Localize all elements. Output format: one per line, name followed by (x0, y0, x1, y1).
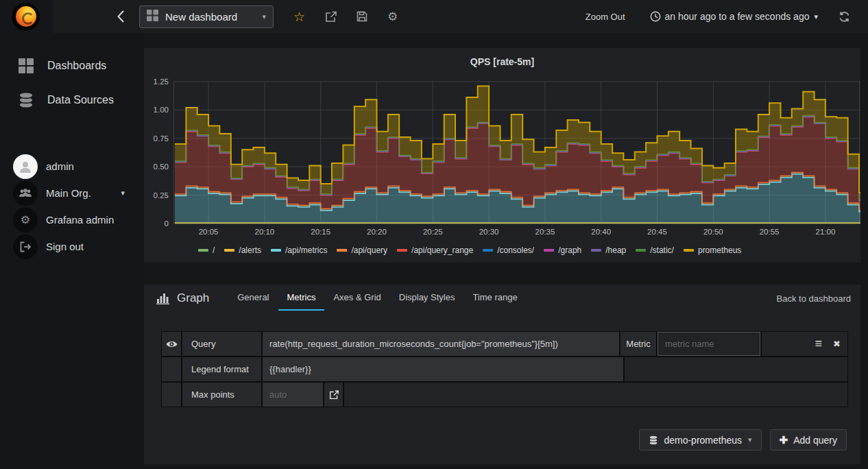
x-tick-label: 20:40 (586, 228, 616, 236)
star-button[interactable]: ☆ (293, 10, 305, 23)
tab-metrics[interactable]: Metrics (278, 292, 325, 311)
external-link-icon (329, 390, 339, 400)
panel-editor: Graph General Metrics Axes & Grid Displa… (144, 285, 860, 464)
sidebar-item-admin[interactable]: admin (0, 153, 144, 180)
legend-series-label: /alerts (239, 245, 261, 255)
legend-series-label: /graph (558, 245, 581, 255)
add-query-button[interactable]: ✚ Add query (770, 429, 847, 450)
sidebar-item-dashboards[interactable]: Dashboards (0, 49, 144, 83)
query-label: Query (182, 332, 261, 356)
legend-item[interactable]: /static/ (636, 245, 674, 255)
max-points-link-button[interactable] (324, 383, 343, 407)
query-menu-icon[interactable]: ≡ (815, 337, 823, 351)
time-range-picker[interactable]: an hour ago to a few seconds ago ▾ (650, 11, 818, 22)
legend-color-swatch (397, 249, 407, 252)
user-avatar (13, 154, 38, 179)
dashboard-grid-icon (147, 10, 158, 24)
x-tick-label: 20:10 (250, 228, 280, 236)
metric-input-cell (658, 332, 760, 356)
panel-title[interactable]: QPS [rate-5m] (144, 48, 860, 67)
x-tick-label: 20:05 (193, 228, 224, 236)
chevron-down-icon: ▾ (262, 12, 266, 21)
dashboard-title: New dashboard (165, 11, 262, 23)
y-tick-label: 0.75 (143, 134, 169, 143)
x-tick-label: 20:25 (418, 228, 448, 236)
x-tick-label: 21:00 (810, 228, 841, 236)
sidebar-item-data-sources[interactable]: Data Sources (0, 83, 144, 117)
eye-icon (166, 340, 178, 348)
x-tick-label: 20:45 (642, 228, 673, 236)
plus-icon: ✚ (780, 434, 788, 446)
legend-series-label: /consoles/ (497, 245, 534, 255)
legend-item[interactable]: /alerts (224, 245, 261, 255)
chevron-down-icon: ▾ (121, 189, 125, 197)
tab-axes-grid[interactable]: Axes & Grid (324, 292, 389, 311)
database-icon (649, 435, 658, 446)
editor-header: Graph General Metrics Axes & Grid Displa… (144, 285, 860, 311)
max-points-label: Max points (182, 383, 261, 407)
tab-display-styles[interactable]: Display Styles (390, 292, 464, 311)
legend-item[interactable]: / (198, 245, 215, 255)
datasource-name: demo-prometheus (664, 435, 742, 446)
grafana-logo[interactable] (0, 0, 53, 33)
sidebar-item-main-org[interactable]: Main Org. ▾ (0, 180, 144, 206)
query-input-cell (263, 332, 619, 356)
y-tick-label: 0.50 (143, 163, 169, 171)
legend-item[interactable]: /api/query_range (397, 245, 473, 255)
chevron-down-icon: ▾ (748, 435, 752, 444)
legend-series-label: prometheus (698, 245, 741, 255)
x-tick-label: 20:30 (474, 228, 504, 236)
graph-panel: QPS [rate-5m] 00.250.500.751.001.25 20:0… (144, 48, 860, 263)
legend-color-swatch (591, 249, 601, 252)
legend-color-swatch (684, 249, 694, 252)
back-to-dashboard-link[interactable]: Back to dashboard (777, 293, 851, 311)
time-range-label: an hour ago to a few seconds ago (665, 11, 810, 22)
x-tick-label: 20:35 (530, 228, 560, 236)
query-input[interactable] (263, 332, 619, 356)
x-tick-label: 20:20 (361, 228, 391, 236)
metric-name-input[interactable] (658, 333, 760, 355)
bar-chart-icon (156, 292, 170, 304)
chevron-left-icon[interactable] (117, 10, 124, 23)
sidebar-item-sign-out[interactable]: Sign out (0, 233, 144, 260)
clock-icon (650, 11, 661, 22)
save-button[interactable] (357, 11, 367, 22)
database-icon (18, 91, 34, 109)
legend-color-swatch (224, 249, 234, 252)
legend-series-label: /api/query (351, 245, 387, 255)
legend-color-swatch (544, 249, 554, 252)
legend-item[interactable]: /heap (591, 245, 626, 255)
legend-color-swatch (636, 249, 646, 252)
legend-format-input[interactable] (263, 357, 623, 381)
tab-time-range[interactable]: Time range (463, 292, 526, 311)
qps-chart-plot[interactable] (173, 77, 860, 225)
x-tick-label: 20:50 (698, 228, 728, 236)
refresh-button[interactable] (839, 11, 850, 23)
dashboard-title-button[interactable]: New dashboard ▾ (139, 5, 274, 28)
grafana-flame-icon (16, 6, 36, 27)
tab-general[interactable]: General (228, 292, 278, 311)
dashboards-grid-icon (18, 58, 34, 74)
legend-series-label: /static/ (650, 245, 674, 255)
legend-item[interactable]: /api/metrics (271, 245, 327, 255)
share-button[interactable] (325, 11, 337, 23)
chevron-down-icon: ▾ (814, 12, 818, 21)
legend-item[interactable]: /api/query (337, 245, 387, 255)
zoom-out-button[interactable]: Zoom Out (586, 12, 625, 22)
query-remove-icon[interactable]: ✖ (833, 339, 841, 349)
datasource-selector-button[interactable]: demo-prometheus ▾ (639, 429, 761, 450)
settings-gear-icon[interactable]: ⚙ (387, 11, 398, 23)
legend-item[interactable]: prometheus (684, 245, 741, 255)
legend-item[interactable]: /graph (544, 245, 581, 255)
sidebar: Dashboards Data Sources admin Main Org. … (0, 33, 144, 469)
y-tick-label: 0.25 (143, 191, 169, 200)
legend-item[interactable]: /consoles/ (483, 245, 534, 255)
max-points-input[interactable] (263, 383, 323, 407)
query-actions-cell: ≡ ✖ (762, 332, 847, 356)
sidebar-item-grafana-admin[interactable]: ⚙ Grafana admin (0, 206, 144, 233)
legend-series-label: /api/metrics (285, 245, 327, 255)
y-tick-label: 1.25 (143, 77, 169, 86)
query-visibility-toggle[interactable] (162, 332, 181, 356)
sign-out-icon (13, 234, 38, 259)
query-row: Query Metric ≡ ✖ (162, 332, 847, 356)
